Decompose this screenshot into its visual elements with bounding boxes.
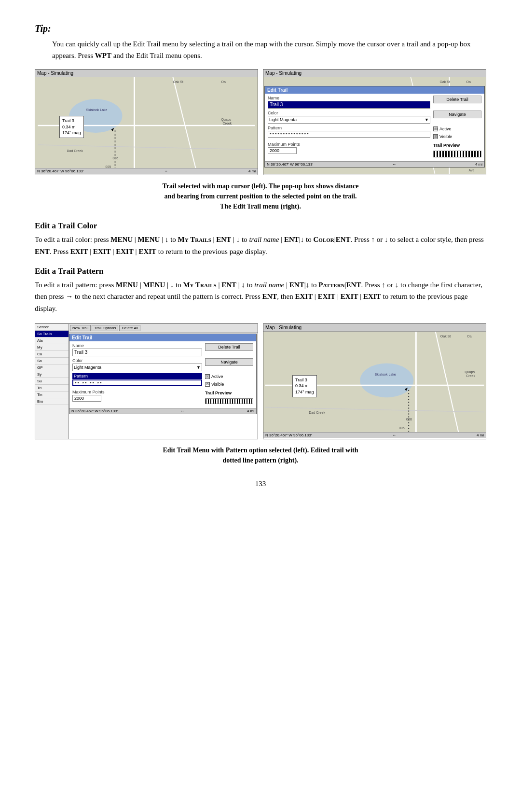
- bottom-name-input[interactable]: Trail 3: [72, 349, 202, 356]
- menu-item-sy[interactable]: Sy: [35, 371, 69, 378]
- menu-item-ala[interactable]: Ala: [35, 337, 69, 344]
- bottom-active-checkbox[interactable]: ☒: [205, 374, 210, 379]
- menu-item-tin[interactable]: Tin: [35, 392, 69, 398]
- menu-item-gp[interactable]: GP: [35, 364, 69, 371]
- maxpts-input[interactable]: 2000: [268, 147, 297, 154]
- dialog-right-col: Delete Trail: [433, 96, 481, 103]
- bottom-trail-preview-label: Trail Preview: [205, 391, 253, 395]
- svg-text:Oa: Oa: [221, 80, 226, 84]
- bottom-right-map: Skiatook Lake Oak St Oa Quaps Creek Dad …: [263, 332, 486, 438]
- color-select[interactable]: Light Magenta ▼: [268, 116, 430, 124]
- bottom-trail-preview-col: Trail Preview: [205, 390, 253, 404]
- trail-preview-bar: [433, 151, 481, 157]
- bottom-checkboxes: ☒ Active ☒ Visible: [205, 373, 253, 388]
- section1-text: To edit a trail color: press MENU | MENU…: [35, 234, 486, 258]
- dropdown-arrow: ▼: [425, 117, 429, 122]
- bottom-active-label: Active: [211, 374, 223, 379]
- svg-text:Oa: Oa: [466, 80, 471, 84]
- bottom-color-value: Light Magenta: [74, 365, 101, 370]
- trail-options-btn[interactable]: Trail Options: [92, 325, 118, 331]
- bottom-color-select[interactable]: Light Magenta ▼: [72, 364, 202, 371]
- bottom-color-label: Color: [72, 358, 202, 363]
- svg-text:Skiatook Lake: Skiatook Lake: [86, 108, 108, 112]
- page-number: 133: [35, 480, 486, 488]
- top-right-screenshot: Map - Simulating Oak St Oa Quaps Creek A…: [263, 69, 486, 175]
- bottom-name-row: Name Trail 3 Delete Trail: [72, 343, 253, 356]
- active-checkbox[interactable]: ☒: [433, 126, 438, 131]
- bottom-active-row: ☒ Active: [205, 374, 253, 379]
- checkboxes-col: ☒ Active ☒ Visible: [433, 126, 481, 140]
- svg-text:Oak St: Oak St: [440, 335, 451, 338]
- popup-trail-name: Trail 3: [62, 118, 81, 124]
- popup-bearing: 174° mag: [62, 130, 81, 136]
- menu-item-trails[interactable]: So Trails: [35, 331, 69, 337]
- bottom-maxpts-label: Maximum Points: [72, 390, 202, 394]
- trail-popup-top-left: Trail 3 0.34 mi 174° mag: [59, 116, 84, 138]
- bottom-right-coords: N 36°20.467' W 96°06.133' ↔ 4 mi: [263, 432, 486, 438]
- bottom-dialog-body: Name Trail 3 Delete Trail Color Light Ma…: [69, 341, 256, 408]
- bottom-maxpts-input[interactable]: 2000: [72, 395, 101, 402]
- navigate-btn[interactable]: Navigate: [433, 111, 481, 118]
- menu-item-ca[interactable]: Ca: [35, 351, 69, 358]
- menu-item-tri[interactable]: Tri: [35, 385, 69, 392]
- bottom-left-screenshot: Screen... So Trails Ala My Ca So GP Sy S…: [35, 323, 258, 439]
- bottom-pattern-input[interactable]: ** ** ** **: [72, 379, 202, 386]
- top-right-title: Map - Simulating: [263, 70, 486, 77]
- bottom-scale-arrows: ↔: [180, 409, 184, 413]
- svg-text:Creek: Creek: [466, 374, 475, 378]
- svg-text:Ave: Ave: [469, 168, 475, 172]
- popup-distance: 0.34 mi: [62, 124, 81, 130]
- color-value: Light Magenta: [269, 117, 297, 122]
- name-input[interactable]: Trail 3: [268, 101, 430, 109]
- bottom-visible-checkbox[interactable]: ☒: [205, 382, 210, 387]
- menu-item-su[interactable]: Su: [35, 378, 69, 385]
- bottom-delete-col: Delete Trail: [205, 343, 253, 351]
- menu-item-bro[interactable]: Bro: [35, 398, 69, 405]
- dialog-maxpts-row: Maximum Points 2000 Trail Preview: [268, 142, 481, 157]
- top-left-screenshot: Map - Simulating Skiatook Lake Oak St: [35, 69, 258, 175]
- svg-text:Dad Creek: Dad Creek: [309, 410, 325, 414]
- dialog-left-col: Name Trail 3: [268, 96, 430, 109]
- section2-text: To edit a trail pattern: press MENU | ME…: [35, 279, 486, 315]
- delete-all-btn[interactable]: Delete All: [119, 325, 140, 331]
- bottom-caption: Edit Trail Menu with Pattern option sele…: [35, 445, 486, 465]
- bottom-trail-popup: Trail 3 0.34 mi 174° mag: [292, 375, 317, 397]
- name-label: Name: [268, 96, 430, 100]
- maxpts-label: Maximum Points: [268, 142, 430, 147]
- top-screenshot-pair: Map - Simulating Skiatook Lake Oak St: [35, 69, 486, 175]
- new-trail-btn[interactable]: New Trail: [70, 325, 91, 331]
- bottom-delete-trail-btn[interactable]: Delete Trail: [205, 343, 253, 351]
- edit-trail-dialog-title: Edit Trail: [265, 86, 484, 94]
- section1-heading: Edit a Trail Color: [35, 221, 486, 231]
- active-label: Active: [439, 126, 452, 131]
- maxpts-left: Maximum Points 2000: [268, 142, 430, 154]
- menu-item-so[interactable]: So: [35, 358, 69, 364]
- bottom-popup-distance: 0.34 mi: [295, 383, 314, 389]
- dialog-pattern-row: Pattern *************** ☒ Active ☒ Visib…: [268, 126, 481, 140]
- bottom-trail-preview-bar: [205, 398, 253, 404]
- menu-item-screen[interactable]: Screen...: [35, 324, 69, 331]
- top-left-title: Map - Simulating: [35, 70, 258, 77]
- svg-text:Oa: Oa: [467, 335, 471, 338]
- trails-toolbar: New Trail Trail Options Delete All: [69, 324, 258, 333]
- bottom-visible-row: ☒ Visible: [205, 382, 253, 387]
- bottom-maxpts-row: Maximum Points 2000 Trail Preview: [72, 390, 253, 404]
- trail-preview-label: Trail Preview: [433, 143, 481, 148]
- navigate-col: Navigate: [433, 111, 481, 118]
- bottom-navigate-btn[interactable]: Navigate: [205, 358, 253, 366]
- svg-text:Quaps: Quaps: [221, 118, 232, 122]
- svg-text:Creek: Creek: [223, 122, 232, 125]
- menu-item-my[interactable]: My: [35, 344, 69, 351]
- bottom-name-label: Name: [72, 343, 202, 348]
- bottom-coord-left: N 36°20.467' W 96°06.133': [71, 409, 118, 413]
- delete-trail-btn[interactable]: Delete Trail: [433, 96, 481, 103]
- pattern-input[interactable]: ***************: [268, 131, 430, 138]
- svg-text:006: 006: [406, 417, 412, 420]
- svg-point-27: [360, 363, 413, 397]
- bottom-color-row: Color Light Magenta ▼ Navigate: [72, 358, 253, 371]
- visible-checkbox[interactable]: ☒: [433, 134, 438, 139]
- color-label: Color: [268, 111, 430, 115]
- coord-text-right: N 36°20.467' W 96°06.133': [267, 162, 313, 167]
- edit-trail-dialog-top: Edit Trail Name Trail 3 Delete Trail: [264, 86, 485, 168]
- bottom-screenshot-pair: Screen... So Trails Ala My Ca So GP Sy S…: [35, 323, 486, 439]
